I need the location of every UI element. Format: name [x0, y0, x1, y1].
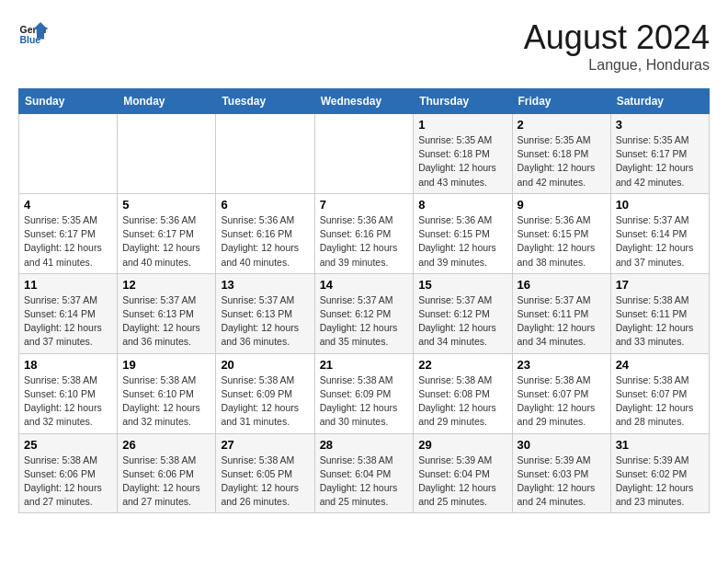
day-number: 29: [418, 438, 506, 452]
calendar-cell: 28Sunrise: 5:38 AMSunset: 6:04 PMDayligh…: [314, 433, 414, 513]
calendar-title: August 2024: [524, 18, 710, 57]
day-number: 7: [320, 198, 409, 212]
day-number: 18: [24, 358, 112, 372]
day-info: Sunrise: 5:38 AMSunset: 6:04 PMDaylight:…: [320, 454, 409, 510]
calendar-table: SundayMondayTuesdayWednesdayThursdayFrid…: [18, 88, 710, 513]
header-row: SundayMondayTuesdayWednesdayThursdayFrid…: [19, 89, 710, 114]
calendar-cell: 16Sunrise: 5:37 AMSunset: 6:11 PMDayligh…: [512, 273, 610, 353]
calendar-cell: 4Sunrise: 5:35 AMSunset: 6:17 PMDaylight…: [19, 193, 118, 273]
day-number: 17: [616, 278, 704, 292]
day-number: 31: [616, 438, 704, 452]
day-number: 2: [518, 118, 606, 132]
day-info: Sunrise: 5:37 AMSunset: 6:14 PMDaylight:…: [24, 293, 112, 350]
day-number: 5: [122, 198, 210, 212]
calendar-cell: 10Sunrise: 5:37 AMSunset: 6:14 PMDayligh…: [610, 193, 709, 273]
day-number: 28: [320, 438, 409, 452]
day-info: Sunrise: 5:38 AMSunset: 6:10 PMDaylight:…: [24, 373, 112, 430]
day-number: 26: [122, 438, 210, 452]
day-info: Sunrise: 5:38 AMSunset: 6:11 PMDaylight:…: [616, 293, 704, 350]
calendar-header: SundayMondayTuesdayWednesdayThursdayFrid…: [19, 89, 710, 114]
day-number: 19: [122, 358, 210, 372]
day-number: 3: [616, 118, 704, 132]
day-info: Sunrise: 5:37 AMSunset: 6:11 PMDaylight:…: [518, 293, 606, 350]
header-wednesday: Wednesday: [314, 89, 414, 114]
calendar-cell: 11Sunrise: 5:37 AMSunset: 6:14 PMDayligh…: [19, 273, 118, 353]
day-info: Sunrise: 5:38 AMSunset: 6:05 PMDaylight:…: [221, 454, 309, 510]
page-header: General Blue August 2024 Langue, Hondura…: [18, 18, 710, 74]
day-info: Sunrise: 5:35 AMSunset: 6:17 PMDaylight:…: [616, 133, 704, 190]
day-info: Sunrise: 5:36 AMSunset: 6:17 PMDaylight:…: [122, 213, 210, 270]
day-info: Sunrise: 5:35 AMSunset: 6:18 PMDaylight:…: [518, 133, 606, 190]
calendar-cell: [216, 114, 314, 194]
day-number: 12: [122, 278, 210, 292]
day-info: Sunrise: 5:37 AMSunset: 6:12 PMDaylight:…: [320, 293, 409, 350]
day-info: Sunrise: 5:36 AMSunset: 6:15 PMDaylight:…: [418, 213, 506, 270]
calendar-cell: 3Sunrise: 5:35 AMSunset: 6:17 PMDaylight…: [610, 114, 709, 194]
day-number: 11: [24, 278, 112, 292]
calendar-cell: 18Sunrise: 5:38 AMSunset: 6:10 PMDayligh…: [19, 353, 118, 433]
calendar-cell: 21Sunrise: 5:38 AMSunset: 6:09 PMDayligh…: [314, 353, 414, 433]
calendar-cell: 23Sunrise: 5:38 AMSunset: 6:07 PMDayligh…: [512, 353, 610, 433]
calendar-cell: 15Sunrise: 5:37 AMSunset: 6:12 PMDayligh…: [414, 273, 512, 353]
calendar-cell: 9Sunrise: 5:36 AMSunset: 6:15 PMDaylight…: [512, 193, 610, 273]
day-info: Sunrise: 5:37 AMSunset: 6:13 PMDaylight:…: [221, 293, 309, 350]
week-row-4: 18Sunrise: 5:38 AMSunset: 6:10 PMDayligh…: [19, 353, 710, 433]
day-info: Sunrise: 5:35 AMSunset: 6:17 PMDaylight:…: [24, 213, 112, 270]
calendar-cell: [118, 114, 216, 194]
day-info: Sunrise: 5:36 AMSunset: 6:16 PMDaylight:…: [320, 213, 409, 270]
day-info: Sunrise: 5:36 AMSunset: 6:15 PMDaylight:…: [518, 213, 606, 270]
calendar-cell: [19, 114, 118, 194]
calendar-cell: 14Sunrise: 5:37 AMSunset: 6:12 PMDayligh…: [314, 273, 414, 353]
calendar-cell: 13Sunrise: 5:37 AMSunset: 6:13 PMDayligh…: [216, 273, 314, 353]
day-number: 14: [320, 278, 409, 292]
header-monday: Monday: [118, 89, 216, 114]
day-number: 9: [518, 198, 606, 212]
calendar-cell: 29Sunrise: 5:39 AMSunset: 6:04 PMDayligh…: [414, 433, 512, 513]
header-saturday: Saturday: [610, 89, 709, 114]
calendar-cell: 30Sunrise: 5:39 AMSunset: 6:03 PMDayligh…: [512, 433, 610, 513]
day-number: 4: [24, 198, 112, 212]
day-info: Sunrise: 5:38 AMSunset: 6:07 PMDaylight:…: [518, 373, 606, 430]
day-number: 21: [320, 358, 409, 372]
day-info: Sunrise: 5:38 AMSunset: 6:06 PMDaylight:…: [24, 454, 112, 510]
week-row-1: 1Sunrise: 5:35 AMSunset: 6:18 PMDaylight…: [19, 114, 710, 194]
calendar-cell: 2Sunrise: 5:35 AMSunset: 6:18 PMDaylight…: [512, 114, 610, 194]
calendar-cell: 6Sunrise: 5:36 AMSunset: 6:16 PMDaylight…: [216, 193, 314, 273]
day-info: Sunrise: 5:37 AMSunset: 6:12 PMDaylight:…: [418, 293, 506, 350]
day-number: 23: [518, 358, 606, 372]
calendar-cell: 1Sunrise: 5:35 AMSunset: 6:18 PMDaylight…: [414, 114, 512, 194]
calendar-subtitle: Langue, Honduras: [524, 57, 710, 74]
day-info: Sunrise: 5:39 AMSunset: 6:04 PMDaylight:…: [418, 454, 506, 510]
header-thursday: Thursday: [414, 89, 512, 114]
logo-icon: General Blue: [18, 18, 48, 48]
day-info: Sunrise: 5:39 AMSunset: 6:02 PMDaylight:…: [616, 454, 704, 510]
day-info: Sunrise: 5:38 AMSunset: 6:10 PMDaylight:…: [122, 373, 210, 430]
calendar-cell: 12Sunrise: 5:37 AMSunset: 6:13 PMDayligh…: [118, 273, 216, 353]
calendar-cell: 19Sunrise: 5:38 AMSunset: 6:10 PMDayligh…: [118, 353, 216, 433]
calendar-cell: 7Sunrise: 5:36 AMSunset: 6:16 PMDaylight…: [314, 193, 414, 273]
day-number: 27: [221, 438, 309, 452]
day-info: Sunrise: 5:38 AMSunset: 6:07 PMDaylight:…: [616, 373, 704, 430]
day-number: 10: [616, 198, 704, 212]
day-info: Sunrise: 5:37 AMSunset: 6:14 PMDaylight:…: [616, 213, 704, 270]
week-row-2: 4Sunrise: 5:35 AMSunset: 6:17 PMDaylight…: [19, 193, 710, 273]
day-info: Sunrise: 5:38 AMSunset: 6:06 PMDaylight:…: [122, 454, 210, 510]
day-number: 16: [518, 278, 606, 292]
day-info: Sunrise: 5:37 AMSunset: 6:13 PMDaylight:…: [122, 293, 210, 350]
calendar-cell: 25Sunrise: 5:38 AMSunset: 6:06 PMDayligh…: [19, 433, 118, 513]
logo: General Blue: [18, 18, 48, 48]
calendar-cell: 8Sunrise: 5:36 AMSunset: 6:15 PMDaylight…: [414, 193, 512, 273]
calendar-cell: 22Sunrise: 5:38 AMSunset: 6:08 PMDayligh…: [414, 353, 512, 433]
calendar-cell: 20Sunrise: 5:38 AMSunset: 6:09 PMDayligh…: [216, 353, 314, 433]
day-number: 1: [418, 118, 506, 132]
calendar-body: 1Sunrise: 5:35 AMSunset: 6:18 PMDaylight…: [19, 114, 710, 513]
calendar-cell: 24Sunrise: 5:38 AMSunset: 6:07 PMDayligh…: [610, 353, 709, 433]
day-number: 24: [616, 358, 704, 372]
calendar-cell: 26Sunrise: 5:38 AMSunset: 6:06 PMDayligh…: [118, 433, 216, 513]
day-number: 30: [518, 438, 606, 452]
week-row-5: 25Sunrise: 5:38 AMSunset: 6:06 PMDayligh…: [19, 433, 710, 513]
day-info: Sunrise: 5:36 AMSunset: 6:16 PMDaylight:…: [221, 213, 309, 270]
week-row-3: 11Sunrise: 5:37 AMSunset: 6:14 PMDayligh…: [19, 273, 710, 353]
header-tuesday: Tuesday: [216, 89, 314, 114]
header-sunday: Sunday: [19, 89, 118, 114]
